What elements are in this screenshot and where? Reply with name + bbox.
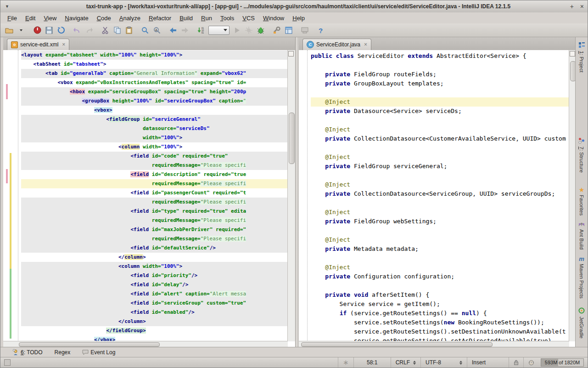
forward-icon[interactable] <box>179 25 190 36</box>
code-line[interactable]: <hbox expand="serviceGroupBox" spacing="… <box>21 87 288 96</box>
code-line[interactable]: <tab id="generalTab" caption="General In… <box>21 69 288 78</box>
debug-icon[interactable] <box>255 25 266 36</box>
code-line[interactable]: private GroupBoxLayout templates; <box>311 79 569 88</box>
menu-window[interactable]: Window <box>259 13 288 23</box>
code-line[interactable] <box>311 116 569 125</box>
code-line[interactable]: requiredMessage="Please specifi <box>21 161 288 170</box>
line-separator-widget[interactable]: CRLF <box>391 357 420 368</box>
menu-analyze[interactable]: Analyze <box>115 13 145 23</box>
code-line[interactable]: @Inject <box>311 125 569 134</box>
help-icon[interactable]: ? <box>315 25 326 36</box>
code-line[interactable]: requiredMessage="Please specifi <box>21 216 288 225</box>
code-line[interactable] <box>311 143 569 153</box>
java-editor[interactable]: public class ServiceEditor extends Abstr… <box>299 50 577 347</box>
code-line[interactable] <box>311 281 569 290</box>
menu-run[interactable]: Run <box>197 13 216 23</box>
left-horizontal-scrollbar[interactable] <box>3 341 288 347</box>
code-line[interactable]: <field id="maxJobPerDriver" required=" <box>21 225 288 234</box>
close-tab-icon[interactable]: × <box>364 41 367 48</box>
toggle-toolwindows-button[interactable] <box>4 359 11 366</box>
run-config-combo[interactable] <box>208 26 230 35</box>
code-line[interactable]: private Datasource<Service> serviceDs; <box>311 107 569 116</box>
code-line[interactable]: <field id="description" required="true <box>21 170 288 179</box>
toolwindow-button-favorites[interactable]: ★Favorites <box>576 187 588 215</box>
encoding-widget[interactable]: UTF-8 <box>420 357 467 368</box>
export-icon[interactable] <box>299 25 310 36</box>
code-line[interactable]: private CollectionDatasource<CustomerAva… <box>311 134 569 143</box>
code-line[interactable] <box>311 254 569 263</box>
code-line[interactable]: @Inject <box>311 153 569 162</box>
open-folder-icon[interactable] <box>4 25 15 36</box>
code-line[interactable]: requiredMessage="Please specifi <box>21 234 288 243</box>
toolwindow-button-maven-projects[interactable]: mMaven Projects <box>576 256 588 299</box>
code-line[interactable]: <field id="passengerCount" required="t <box>21 188 288 198</box>
code-line[interactable]: <field id="priority"/> <box>21 271 288 280</box>
close-button[interactable]: × <box>580 3 584 10</box>
code-line[interactable]: service.setRouteSettings(new BookingRout… <box>311 318 569 327</box>
memory-indicator[interactable]: 593M of 1820M <box>541 358 584 367</box>
code-line[interactable]: <layout expand="tabsheet" width="100%" h… <box>21 51 288 60</box>
sync-icon[interactable] <box>56 25 67 36</box>
left-vertical-scrollbar[interactable] <box>287 50 295 341</box>
power-icon[interactable] <box>32 25 43 36</box>
caret-position-widget[interactable]: 58:1 <box>353 357 391 368</box>
open-recent-caret-icon[interactable] <box>16 25 27 36</box>
code-line[interactable]: private CollectionDatasource<ServiceGrou… <box>311 189 569 198</box>
code-line[interactable]: <groupBox height="100%" id="serviceGroup… <box>21 96 288 106</box>
code-line[interactable]: <field id="enabled"/> <box>21 308 288 317</box>
code-line[interactable] <box>311 198 569 208</box>
left-hscroll-thumb[interactable] <box>19 342 160 347</box>
regex-toolwindow-button[interactable]: Regex <box>55 349 71 356</box>
project-structure-icon[interactable] <box>283 25 294 36</box>
xml-code-lines[interactable]: <layout expand="tabsheet" width="100%" h… <box>18 50 288 341</box>
right-horizontal-scrollbar[interactable] <box>299 341 569 347</box>
run-icon[interactable] <box>231 25 242 36</box>
code-line[interactable]: service.getRouteSettings().setDestinatio… <box>311 327 569 336</box>
settings-icon[interactable] <box>271 25 282 36</box>
code-line[interactable]: private void afterSetItem() { <box>311 290 569 300</box>
menu-vcs[interactable]: VCS <box>238 13 259 23</box>
code-line[interactable]: private Metadata metadata; <box>311 244 569 254</box>
code-line[interactable]: @Inject <box>311 208 569 217</box>
code-line[interactable]: requiredMessage="Please specifi <box>21 198 288 207</box>
undo-icon[interactable] <box>72 25 83 36</box>
code-line[interactable]: <vbox expand="vBoxInstructionsAndTemplat… <box>21 78 288 87</box>
menu-refactor[interactable]: Refactor <box>145 13 175 23</box>
code-line[interactable] <box>311 88 569 97</box>
menu-file[interactable]: File <box>3 13 21 23</box>
code-line[interactable]: requiredMessage="Please specifi <box>21 179 288 188</box>
code-line[interactable]: Service service = getItem(); <box>311 300 569 309</box>
code-line[interactable]: if (service.getRouteSettings() == null) … <box>311 309 569 318</box>
menu-code[interactable]: Code <box>93 13 115 23</box>
menu-edit[interactable]: Edit <box>21 13 39 23</box>
menu-navigate[interactable]: Navigate <box>61 13 92 23</box>
close-tab-icon[interactable]: × <box>62 41 65 48</box>
cut-icon[interactable] <box>100 25 111 36</box>
hector-inspector-widget[interactable] <box>523 357 539 368</box>
java-code-lines[interactable]: public class ServiceEditor extends Abstr… <box>308 50 569 341</box>
tab-serviceeditor-java[interactable]: C ServiceEditor.java × <box>302 39 371 50</box>
code-line[interactable]: <field id="code" required="true" <box>21 152 288 161</box>
event-log-button[interactable]: Event Log <box>82 349 115 356</box>
code-line[interactable]: </column> <box>21 253 288 262</box>
code-line[interactable]: @Inject <box>311 263 569 272</box>
code-line[interactable]: <column width="100%"> <box>21 142 288 152</box>
menu-help[interactable]: Help <box>288 13 309 23</box>
code-line[interactable]: <fieldGroup id="serviceGeneral" <box>21 115 288 124</box>
left-vscroll-thumb[interactable] <box>289 113 295 164</box>
code-line[interactable]: private FieldGroup webSettings; <box>311 217 569 226</box>
menu-tools[interactable]: Tools <box>216 13 238 23</box>
code-line[interactable]: @Inject <box>311 235 569 244</box>
lock-widget[interactable] <box>509 357 523 368</box>
code-line[interactable]: @Inject <box>311 97 569 107</box>
minimize-button[interactable]: + <box>570 3 574 10</box>
code-line[interactable]: <field id="serviceGroup" custom="true" <box>21 299 288 308</box>
code-line[interactable]: private Configuration configuration; <box>311 272 569 281</box>
window-menu-icon[interactable]: ▼ <box>5 4 9 9</box>
code-line[interactable]: <field id="delay"/> <box>21 280 288 289</box>
toolwindow-button-7-structure[interactable]: 7: Structure <box>576 137 588 173</box>
code-line[interactable]: <field id="defaultService"/> <box>21 243 288 253</box>
toolwindow-button-jetgradle[interactable]: JetGradle <box>576 307 588 339</box>
menu-build[interactable]: Build <box>175 13 197 23</box>
code-line[interactable]: private FieldGroup routeFields; <box>311 70 569 79</box>
